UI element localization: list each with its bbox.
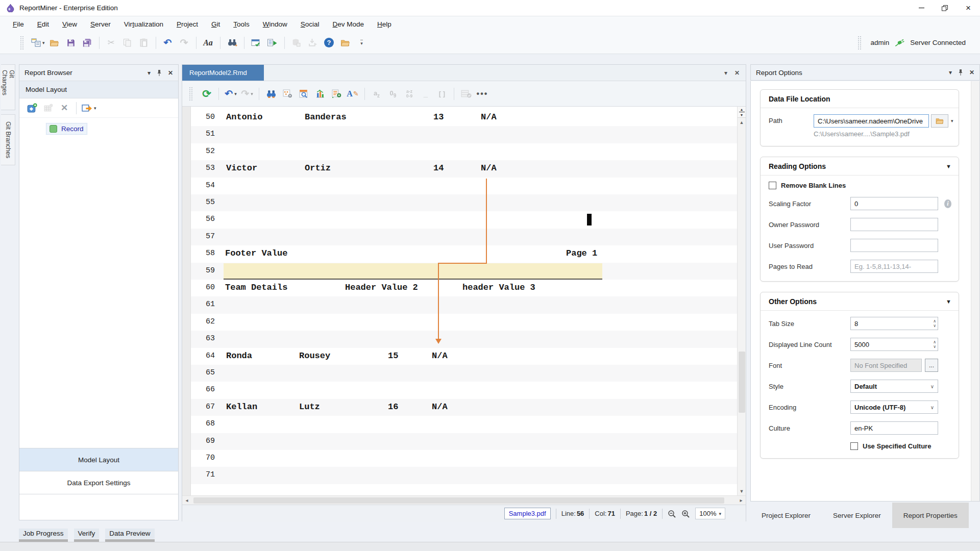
editor-line-56[interactable]: 56 [182,211,738,228]
editor-vertical-scrollbar[interactable]: ▲▼ ▲ ▼ [737,107,746,495]
dock-tab-project-explorer[interactable]: Project Explorer [750,503,822,528]
dropdown-caret-icon[interactable]: ▾ [251,91,253,96]
toolbar-grip[interactable] [20,36,23,49]
culture-input[interactable] [850,421,938,435]
menu-help[interactable]: Help [371,18,398,31]
vscroll-thumb[interactable] [739,352,745,413]
pages-to-read-input[interactable] [850,260,938,273]
report-options-scrollbar[interactable] [971,81,979,501]
recent-files-button[interactable] [339,35,352,51]
source-file-badge[interactable]: Sample3.pdf [504,508,551,519]
font-browse-button[interactable]: ... [925,359,938,372]
editor-line-60[interactable]: 60Team DetailsHeader Value 2header Value… [182,280,738,296]
browser-view-tab-model-layout[interactable]: Model Layout [19,448,178,471]
panel-menu-icon[interactable]: ▾ [949,69,952,76]
editor-line-64[interactable]: 64RondaRousey15N/A [182,348,738,365]
collapse-card-icon[interactable]: ▼ [946,298,951,305]
menu-git[interactable]: Git [205,18,227,31]
sidebar-tab-git-branches[interactable]: Git Branches [1,114,15,165]
dropdown-caret-icon[interactable]: ▾ [42,40,45,45]
editor-line-68[interactable]: 68 [182,416,738,433]
dropdown-caret-icon[interactable]: ▾ [234,91,237,96]
field-statistics-button[interactable] [313,86,327,102]
dock-tab-server-explorer[interactable]: Server Explorer [822,503,892,528]
dropdown-caret-icon[interactable]: ▾ [94,106,96,111]
editor-line-61[interactable]: 61 [182,296,738,313]
editor-line-59[interactable]: 59 [182,263,738,280]
editor-line-63[interactable]: 63 [182,331,738,347]
menu-tools[interactable]: Tools [227,18,256,31]
user-password-input[interactable] [850,239,938,252]
displayed-line-count-input[interactable] [850,338,938,351]
editor-horizontal-scrollbar[interactable]: ◂ ▸ [182,495,746,505]
search-document-button[interactable] [297,86,310,102]
owner-password-input[interactable] [850,218,938,231]
style-select[interactable]: Default∨ [850,380,938,393]
browser-view-tab-data-export-settings[interactable]: Data Export Settings [19,471,178,494]
editor-undo-button[interactable]: ↶▾ [224,86,237,102]
editor-line-55[interactable]: 55 [182,194,738,211]
scroll-left-icon[interactable]: ◂ [182,496,191,505]
edit-font-button[interactable]: A✎ [346,86,359,102]
path-input[interactable] [814,114,929,128]
editor-line-57[interactable]: 57 [182,229,738,245]
save-button[interactable] [64,35,78,51]
hscroll-thumb[interactable] [193,497,724,504]
use-specified-culture-checkbox[interactable] [850,442,858,450]
export-button[interactable]: ▾ [82,101,96,116]
undo-button[interactable]: ↶ [161,35,175,51]
menu-dev-mode[interactable]: Dev Mode [326,18,371,31]
zoom-out-icon[interactable] [668,510,676,518]
editor-line-52[interactable]: 52 [182,143,738,160]
preview-data-button[interactable] [266,35,279,51]
delete-node-button[interactable]: ✕ [58,101,71,116]
zoom-in-icon[interactable] [681,510,690,518]
open-button[interactable] [48,35,61,51]
zoom-level-select[interactable]: 100%▾ [695,508,725,519]
pin-icon[interactable] [958,69,963,76]
find-pattern-button[interactable] [264,86,278,102]
remove-blank-lines-checkbox[interactable] [769,182,776,189]
new-report-button[interactable]: ▾ [31,35,45,51]
menu-file[interactable]: File [6,18,31,31]
restore-button[interactable] [933,0,957,16]
toolbar-right-grip[interactable] [858,36,861,49]
scroll-right-icon[interactable]: ▸ [737,496,746,505]
editor-line-58[interactable]: 58Footer ValuePage 1 [182,245,738,262]
save-all-button[interactable] [81,35,94,51]
toolbar-overflow-button[interactable]: ▾ [355,35,369,51]
find-button[interactable] [226,35,239,51]
pin-icon[interactable] [157,69,162,77]
displayed-line-count-spinner[interactable]: ∧∨ [933,339,936,350]
editor-line-65[interactable]: 65 [182,365,738,382]
editor-more-button[interactable]: ••• [476,86,489,102]
pattern-options-button[interactable] [281,86,294,102]
scaling-factor-input[interactable] [850,197,938,210]
verify-report-button[interactable] [250,35,263,51]
editor-toolbar-grip[interactable] [189,87,192,101]
editor-line-66[interactable]: 66 [182,382,738,398]
editor-line-67[interactable]: 67KellanLutz16N/A [182,399,738,416]
collapse-card-icon[interactable]: ▼ [946,163,951,169]
editor-line-71[interactable]: 71 [182,467,738,484]
menu-view[interactable]: View [56,18,84,31]
editor-line-62[interactable]: 62 [182,314,738,331]
scroll-down-icon[interactable]: ▼ [738,489,746,494]
splitter-handle-icon[interactable]: ▲▼ [738,107,746,118]
auto-create-layout-button[interactable] [330,86,343,102]
refresh-button[interactable]: ⟳ [200,86,213,102]
font-options-button[interactable]: Aa [202,35,215,51]
scroll-up-icon[interactable]: ▲ [738,120,746,125]
tab-reportmodel2[interactable]: ReportModel2.Rmd [182,65,264,81]
close-panel-icon[interactable]: ✕ [168,69,173,77]
dock-tab-report-properties[interactable]: Report Properties [892,503,969,528]
sidebar-tab-git-changes[interactable]: Git Changes [1,64,15,110]
add-data-region-button[interactable] [25,101,38,116]
browse-options-caret[interactable]: ▾ [951,118,953,123]
help-button[interactable]: ? [323,35,336,51]
tree-item-record[interactable]: Record [46,123,87,135]
editor-line-51[interactable]: 51 [182,126,738,143]
close-panel-icon[interactable]: ✕ [969,69,974,76]
editor-line-70[interactable]: 70 [182,450,738,467]
menu-edit[interactable]: Edit [31,18,56,31]
